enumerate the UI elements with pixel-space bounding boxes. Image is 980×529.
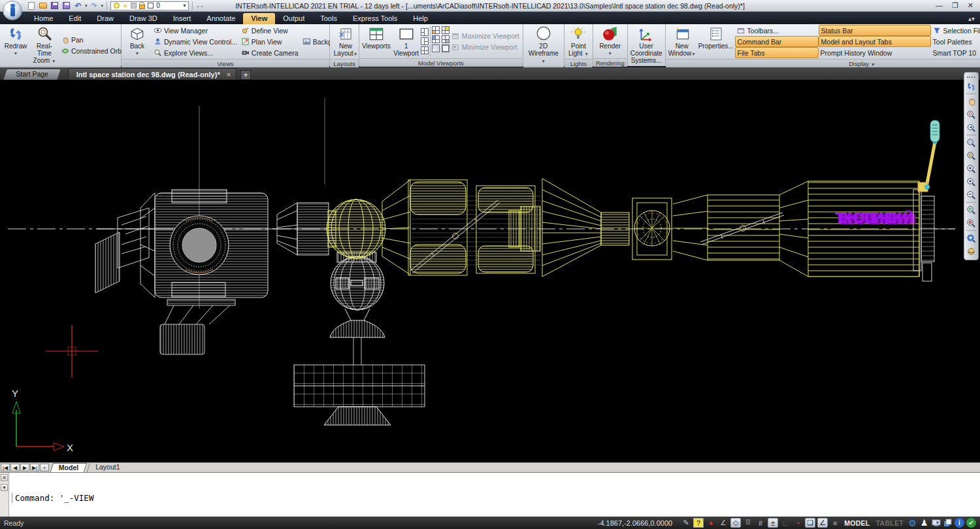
toolbar-grip[interactable] [967,77,975,78]
point-light-button[interactable]: Point Light ▼ [564,25,593,58]
new-file-button[interactable] [26,1,36,10]
start-page-tab[interactable]: Start Page [3,69,60,80]
tab-draw[interactable]: Draw [89,13,122,24]
layer-dropdown-icon[interactable]: ▼ [182,3,187,8]
command-bar-toggle[interactable]: Command Bar [735,36,819,47]
sheet-last-button[interactable]: ▶| [30,464,39,471]
viewports-button[interactable]: Viewports [361,25,392,58]
pan-tool-icon[interactable] [965,95,978,108]
minimize-button[interactable]: — [936,1,943,10]
toolbars-button[interactable]: Toolbars... [735,25,819,36]
sheet-first-button[interactable]: |◀ [1,464,10,471]
sheet-prev-button[interactable]: ◀ [10,464,20,471]
esnap-toggle-icon[interactable]: ◇ [730,518,741,528]
close-button[interactable]: ✕ [968,1,973,10]
redraw-tool-icon[interactable] [965,80,978,93]
prompt-history-toggle[interactable]: Prompt History Window [819,47,931,58]
sheet-add-button[interactable]: + [40,464,49,471]
lwt-toggle-icon[interactable]: ◔ [792,518,803,528]
clean-screen-icon[interactable] [943,518,953,528]
realtime-zoom-button[interactable]: Real-Time Zoom ▼ [30,25,59,65]
layout1-tab[interactable]: Layout1 [87,463,128,472]
draft-pencil-icon[interactable]: ✎ [681,518,691,528]
zoom-in-icon[interactable] [965,162,978,175]
vp-config-4-icon[interactable] [442,35,449,43]
command-expand-icon[interactable]: ▾ [1,484,8,491]
document-tab[interactable]: Intl space station dec 98.dwg (Read-only… [68,68,237,80]
file-tabs-toggle[interactable]: File Tabs [735,47,819,58]
user-profile-icon[interactable]: ♟ [919,518,929,528]
vp-config-2-icon[interactable] [442,26,449,34]
view-manager-button[interactable]: View Manager [152,25,239,36]
zoom-realtime-icon[interactable] [965,108,978,121]
plan-view-button[interactable]: Plan View [239,36,301,47]
vp-config-3-icon[interactable] [432,35,440,43]
selection-filter-button[interactable]: Selection Filter [931,25,980,36]
layer-combo[interactable]: ✳ 0 ▼ [110,1,189,10]
open-file-button[interactable] [38,1,48,10]
settings-gear-icon[interactable]: ⚙ [907,518,917,528]
drawing-canvas[interactable]: ТЕХНОЛОГИЧЕСКИЙ ТЕХНОЛОГИЧЕСКИЙ [0,80,980,462]
lineweight-icon[interactable]: ≡ [830,518,840,528]
model-layout-tabs-toggle[interactable]: Model and Layout Tabs [819,36,931,47]
viewport-3r-icon[interactable] [421,37,429,45]
new-document-tab-button[interactable]: + [240,70,251,80]
vp-corner-icon[interactable] [432,44,440,52]
tablet-toggle[interactable]: TABLET [874,519,906,527]
render-button[interactable]: Render▼ [596,25,625,58]
tab-edit[interactable]: Edit [61,13,89,24]
model-space-toggle[interactable]: MODEL [842,519,872,527]
ortho-toggle-icon[interactable]: ∟ [780,518,791,528]
display-settings-icon[interactable] [931,518,941,528]
explore-views-button[interactable]: Explore Views... [152,47,239,58]
zoom-previous-icon[interactable] [965,121,978,134]
tab-output[interactable]: Output [275,13,312,24]
create-camera-button[interactable]: Create Camera [239,47,301,58]
snap-toggle-icon[interactable]: ⠿ [743,518,753,528]
zoom-out-icon[interactable] [965,188,978,201]
zoom-extents-icon[interactable] [965,231,978,245]
viewport-4-icon[interactable] [421,46,429,54]
new-window-button[interactable]: New Window▼ [667,25,697,58]
maximize-button[interactable]: ❐ [952,1,958,10]
tab-help[interactable]: Help [405,13,436,24]
zoom-in-alt-icon[interactable] [965,203,978,216]
redraw-button[interactable]: Redraw▼ [1,25,30,65]
vp-single-icon[interactable] [442,44,449,52]
visual-style-button[interactable]: 2D Wireframe ▼ [525,25,563,65]
save-as-button[interactable] [61,1,71,10]
status-bar-toggle[interactable]: Status Bar [819,25,931,36]
undo-button[interactable]: ↶ [73,1,83,10]
zoom-center-icon[interactable] [965,175,978,188]
dynamic-input-icon[interactable]: ± [768,518,778,528]
ucs-button[interactable]: User Coordinate Systems... ▼ [629,25,664,73]
ribbon-options-icon[interactable]: ▴▾ [968,15,975,24]
zoom-out-alt-icon[interactable] [965,216,978,230]
zoom-window-icon[interactable] [965,136,978,149]
tab-home[interactable]: Home [26,13,61,24]
info-icon[interactable]: i [955,518,964,528]
one-viewport-button[interactable]: 1 Viewport [392,25,421,58]
status-ok-icon[interactable]: ✔ [966,518,976,528]
tab-tools[interactable]: Tools [312,13,345,24]
define-view-button[interactable]: Define View [239,25,301,36]
polar-tracking-icon[interactable]: ∠ [718,518,728,528]
document-tab-close-icon[interactable]: × [227,71,231,78]
sheet-next-button[interactable]: ▶ [20,464,29,471]
properties-button[interactable]: Properties... [697,25,735,58]
app-logo-icon[interactable] [3,1,22,20]
save-button[interactable] [50,1,59,10]
command-close-icon[interactable]: ✕ [1,474,8,481]
tab-annotate[interactable]: Annotate [199,13,243,24]
viewport-2v-icon[interactable] [421,28,429,36]
command-history[interactable]: Command: '_-VIEW Enter an option [?/Cate… [9,473,980,517]
tab-draw3d[interactable]: Draw 3D [122,13,165,24]
new-layout-button[interactable]: New Layout▼ [331,25,360,58]
smart-top10-button[interactable]: Smart TOP 10 [931,47,980,58]
back-view-button[interactable]: Back▼ [123,25,152,58]
crosshair-toggle-icon[interactable]: + [706,518,716,528]
zoom-dynamic-icon[interactable] [965,149,978,162]
tab-express-tools[interactable]: Express Tools [345,13,405,24]
redo-dropdown-icon[interactable]: ▾ [101,3,104,9]
tool-palettes-button[interactable]: Tool Palettes [931,36,980,47]
